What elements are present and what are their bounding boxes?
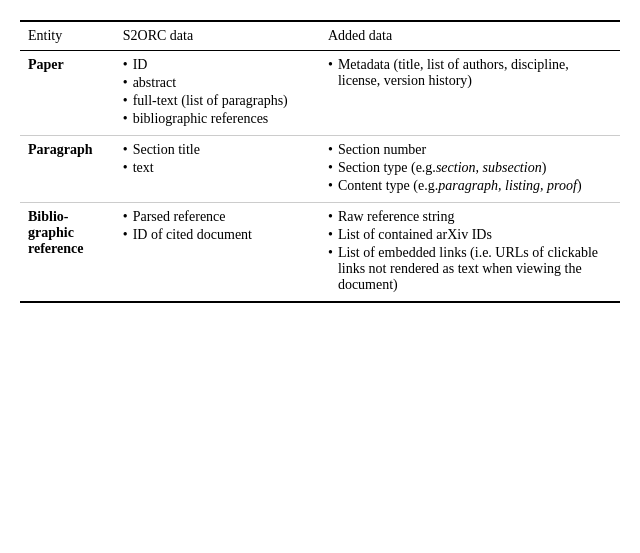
added-biblio: Raw reference string List of contained a… (320, 203, 620, 302)
entity-paragraph: Paragraph (20, 136, 115, 203)
table-row: Paper ID abstract full-text (list of par… (20, 51, 620, 136)
added-paragraph-list: Section number Section type (e.g. sectio… (328, 142, 612, 194)
entity-biblio: Biblio-graphicreference (20, 203, 115, 302)
table-row: Biblio-graphicreference Parsed reference… (20, 203, 620, 302)
list-item: Section type (e.g. section, subsection) (328, 160, 612, 176)
list-item: Metadata (title, list of authors, discip… (328, 57, 612, 89)
s2orc-biblio: Parsed reference ID of cited document (115, 203, 320, 302)
list-item: ID (123, 57, 312, 73)
list-item: abstract (123, 75, 312, 91)
list-item: Section number (328, 142, 612, 158)
added-paper-list: Metadata (title, list of authors, discip… (328, 57, 612, 89)
list-item: List of contained arXiv IDs (328, 227, 612, 243)
main-table: Entity S2ORC data Added data Paper ID ab… (20, 20, 620, 303)
table-row: Paragraph Section title text Section num… (20, 136, 620, 203)
s2orc-paper: ID abstract full-text (list of paragraph… (115, 51, 320, 136)
list-item: Section title (123, 142, 312, 158)
s2orc-paper-list: ID abstract full-text (list of paragraph… (123, 57, 312, 127)
list-item: Parsed reference (123, 209, 312, 225)
list-item: Content type (e.g. paragraph, listing, p… (328, 178, 612, 194)
added-biblio-list: Raw reference string List of contained a… (328, 209, 612, 293)
italic-text: section, subsection (436, 160, 542, 176)
list-item: ID of cited document (123, 227, 312, 243)
s2orc-paragraph: Section title text (115, 136, 320, 203)
list-item: bibliographic references (123, 111, 312, 127)
list-item: Raw reference string (328, 209, 612, 225)
added-paper: Metadata (title, list of authors, discip… (320, 51, 620, 136)
s2orc-paragraph-list: Section title text (123, 142, 312, 176)
header-s2orc: S2ORC data (115, 22, 320, 51)
header-entity: Entity (20, 22, 115, 51)
table-header-row: Entity S2ORC data Added data (20, 22, 620, 51)
italic-text: paragraph, listing, proof (438, 178, 577, 194)
list-item: text (123, 160, 312, 176)
s2orc-biblio-list: Parsed reference ID of cited document (123, 209, 312, 243)
header-added: Added data (320, 22, 620, 51)
list-item: full-text (list of paragraphs) (123, 93, 312, 109)
added-paragraph: Section number Section type (e.g. sectio… (320, 136, 620, 203)
entity-paper: Paper (20, 51, 115, 136)
list-item: List of embedded links (i.e. URLs of cli… (328, 245, 612, 293)
